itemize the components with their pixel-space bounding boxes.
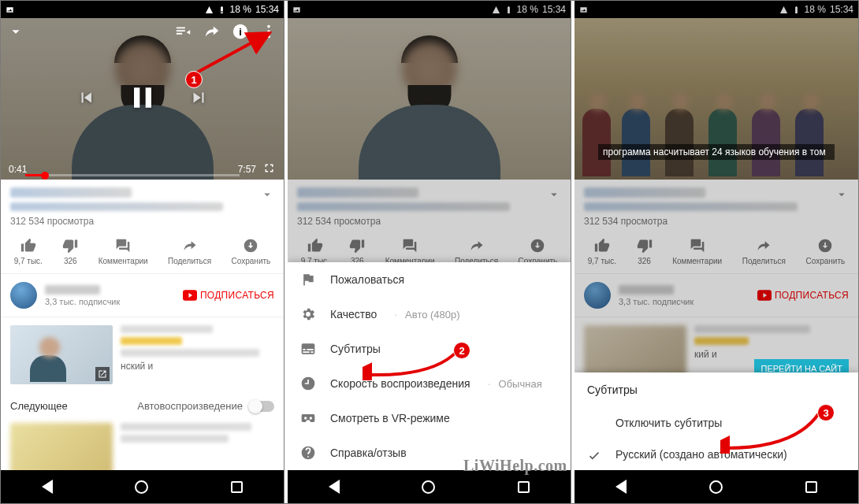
title-block[interactable]: 312 534 просмотра [1,180,284,232]
recents-button[interactable] [518,481,530,493]
menu-help[interactable]: Справка/отзыв [288,435,571,470]
gear-icon [300,306,316,322]
annotation-arrow-3 [720,410,823,454]
back-button[interactable] [615,480,627,494]
phone-screenshot-2: 18 % 15:34 312 534 просмотра 9,7 тыс. 32… [288,1,571,503]
home-button[interactable] [709,480,723,494]
sheet-header: Субтитры [575,372,858,407]
clock-icon [300,376,316,391]
home-button[interactable] [422,480,435,494]
player-bottom-bar: 0:41 7:57 [1,159,284,180]
channel-row[interactable]: 3,3 тыс. подписчик ПОДПИСАТЬСЯ [1,274,284,317]
views-count: 312 534 просмотра [10,216,274,227]
save-button[interactable]: Сохранить [232,238,271,265]
status-bar: 18 % 15:34 [288,1,571,18]
comments-button[interactable]: Комментарии [99,238,148,265]
up-next-row: Следующее Автовоспроизведение [1,392,284,420]
prev-icon[interactable] [76,87,97,111]
comment-icon [115,238,131,254]
rec-thumb [10,325,113,384]
annotation-arrow-1 [194,28,277,76]
annotation-arrow-2 [363,349,461,380]
channel-avatar [10,282,37,309]
share-arrow-icon [182,238,198,254]
recommendation-item[interactable]: нский и [1,317,284,392]
fullscreen-icon[interactable] [262,161,276,177]
recents-button[interactable] [805,481,817,493]
channel-name [45,285,100,295]
pause-icon[interactable] [125,80,160,118]
up-next-label: Следующее [10,400,68,412]
subscriber-count: 3,3 тыс. подписчик [45,297,175,306]
status-time: 15:34 [255,4,279,15]
android-nav-bar [575,470,858,503]
status-bar: 18 % 15:34 [575,1,858,18]
status-bar: 18 % 15:34 [1,1,284,18]
thumb-down-icon [62,238,78,254]
svg-line-7 [197,33,270,72]
content-area: 312 534 просмотра 9,7 тыс. 326 Комментар… [1,180,284,490]
android-nav-bar [288,470,571,503]
phone-screenshot-1: 18 % 15:34 i 0:41 [1,1,284,503]
phone-screenshot-3: 18 % 15:34 программа насчитывает 24 язык… [575,1,858,503]
like-button[interactable]: 9,7 тыс. [14,238,43,265]
dislike-button[interactable]: 326 [62,238,78,265]
subscribe-button[interactable]: ПОДПИСАТЬСЯ [183,290,274,301]
rec-snippet: нский и [121,361,274,372]
duration-time: 7:57 [238,164,256,175]
menu-vr[interactable]: Смотреть в VR-режиме [288,401,571,435]
quality-value: Авто (480p) [405,309,460,321]
menu-quality[interactable]: Качество · Авто (480p) [288,297,571,332]
image-icon [6,6,14,14]
elapsed-time: 0:41 [9,164,27,175]
annotation-badge-1: 1 [185,71,203,88]
android-nav-bar [1,470,284,503]
action-row: 9,7 тыс. 326 Комментарии Поделиться Сохр… [1,232,284,274]
check-icon [587,448,601,465]
battery-icon [218,6,226,14]
autoplay-toggle[interactable] [249,401,274,412]
next-icon[interactable] [188,87,209,111]
chevron-down-icon[interactable] [260,187,274,205]
battery-percent: 18 % [230,4,251,15]
annotation-badge-3: 3 [817,404,835,421]
signal-icon [205,6,214,14]
vr-icon [300,410,316,426]
menu-report[interactable]: Пожаловаться [288,262,571,297]
youtube-icon [183,290,197,301]
subtitles-icon [300,341,316,357]
annotation-badge-2: 2 [453,342,470,359]
download-icon [243,238,258,254]
help-icon [300,445,316,461]
recents-button[interactable] [231,481,243,493]
home-button[interactable] [135,480,148,494]
flag-icon [300,272,316,287]
autoplay-label: Автовоспроизведение [137,400,243,412]
status-icons [6,6,14,14]
speed-value: Обычная [499,378,542,390]
thumb-up-icon [20,238,36,254]
back-button[interactable] [42,480,53,494]
caption-overlay: программа насчитывает 24 языков обучения… [598,144,835,160]
launch-icon [95,367,110,381]
back-button[interactable] [329,480,340,494]
share-button[interactable]: Поделиться [168,238,211,265]
